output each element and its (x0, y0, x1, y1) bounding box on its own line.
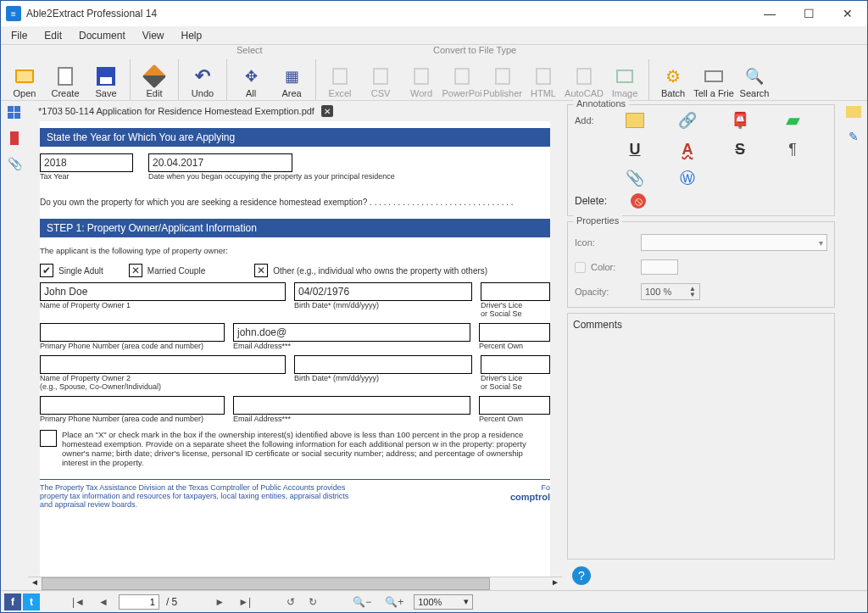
convert-excel-button[interactable]: Excel (320, 51, 360, 100)
sign-tab-icon[interactable]: ✎ (849, 130, 859, 143)
page-input[interactable] (119, 594, 159, 610)
menu-edit[interactable]: Edit (37, 28, 69, 43)
convert-publisher-button[interactable]: Publisher (482, 51, 523, 100)
select-all-button[interactable]: ✥All (231, 51, 271, 100)
strikeout-icon[interactable]: S (731, 141, 749, 158)
menu-help[interactable]: Help (175, 28, 209, 43)
toolbar: Select Convert to File Type Open Create … (1, 45, 867, 101)
checkbox-single[interactable]: ✔ (40, 264, 53, 277)
annotations-title: Annotations (573, 98, 629, 109)
checkbox-other[interactable]: ✕ (254, 264, 268, 277)
start-date-field[interactable]: 20.04.2017 (148, 153, 292, 172)
last-page-button[interactable]: ►| (235, 596, 254, 608)
menu-view[interactable]: View (136, 28, 171, 43)
dl-field[interactable] (481, 282, 550, 301)
phone1-label: Primary Phone Number (area code and numb… (40, 342, 225, 350)
close-button[interactable]: ✕ (828, 1, 867, 26)
link-icon[interactable]: 🔗 (678, 112, 697, 129)
highlight-icon[interactable]: ▰ (783, 112, 802, 129)
pct2-field[interactable] (479, 396, 550, 415)
select-area-button[interactable]: ▦Area (271, 51, 312, 100)
stamp-icon[interactable]: 📮 (731, 112, 749, 129)
maximize-button[interactable]: ☐ (789, 1, 828, 26)
tab-close-icon[interactable]: ✕ (321, 105, 333, 117)
prop-color-swatch[interactable] (641, 259, 678, 275)
convert-powerpoint-button[interactable]: PowerPoi (442, 51, 482, 100)
properties-group: Properties Icon: ▾ Color: Opacity: 100 %… (567, 221, 835, 308)
label-married: Married Couple (147, 266, 205, 276)
label-other: Other (e.g., individual who owns the pro… (273, 266, 487, 276)
thumbnails-icon[interactable] (8, 106, 21, 120)
phone2-field[interactable] (40, 396, 225, 415)
squiggly-icon[interactable]: A (678, 141, 697, 158)
tax-year-field[interactable]: 2018 (40, 153, 133, 172)
search-button[interactable]: 🔍Search (734, 51, 775, 100)
dots: . . . . . . . . . . . . . . . . . . . . … (367, 198, 513, 207)
toolbar-section-select: Select (236, 45, 263, 55)
facebook-icon[interactable]: f (4, 593, 21, 610)
phone1-field[interactable] (40, 323, 225, 342)
menu-file[interactable]: File (4, 28, 34, 43)
rotate-left-button[interactable]: ↺ (283, 596, 298, 608)
bookmarks-icon[interactable] (10, 131, 19, 145)
undo-button[interactable]: ↶Undo (182, 51, 223, 100)
zoom-out-button[interactable]: 🔍− (349, 596, 375, 608)
note-icon[interactable] (626, 113, 644, 128)
ownership-disclaimer: Place an "X" or check mark in the box if… (62, 430, 550, 467)
help-icon[interactable]: ? (572, 566, 591, 585)
save-button[interactable]: Save (86, 51, 126, 100)
edit-button[interactable]: Edit (134, 51, 175, 100)
dl-label: Driver's Lice or Social Se (481, 301, 550, 318)
pct1-field[interactable] (479, 323, 550, 342)
owner1-field[interactable]: John Doe (40, 282, 286, 301)
prev-page-button[interactable]: ◄ (95, 596, 112, 608)
properties-title: Properties (573, 215, 622, 226)
type-intro: The applicant is the following type of p… (40, 246, 550, 255)
birthdate2-field[interactable] (294, 355, 472, 374)
owner1-label: Name of Property Owner 1 (40, 301, 286, 309)
rotate-right-button[interactable]: ↻ (305, 596, 320, 608)
owner2-field[interactable] (40, 355, 286, 374)
pct2-label: Percent Own (479, 415, 550, 423)
minimize-button[interactable]: — (750, 1, 789, 26)
first-page-button[interactable]: |◄ (69, 596, 88, 608)
dl2-field[interactable] (481, 355, 550, 374)
tell-friend-button[interactable]: Tell a Frie (693, 51, 734, 100)
batch-button[interactable]: ⚙Batch (653, 51, 693, 100)
comments-title: Comments (573, 319, 829, 331)
checkbox-married[interactable]: ✕ (129, 264, 142, 277)
annotation-tab-icon[interactable] (846, 106, 861, 118)
attachments-icon[interactable]: 📎 (8, 157, 21, 170)
convert-word-button[interactable]: Word (401, 51, 442, 100)
horizontal-scrollbar[interactable]: ◄► (28, 577, 562, 590)
convert-image-button[interactable]: Image (604, 51, 645, 100)
email-field[interactable]: john.doe@ (233, 323, 470, 342)
footer-left: The Property Tax Assistance Division at … (40, 483, 362, 509)
create-button[interactable]: Create (45, 51, 86, 100)
own-question: Do you own the property for which you ar… (40, 198, 367, 207)
caret-icon[interactable]: ¶ (783, 141, 802, 158)
watermark-icon[interactable]: Ⓦ (678, 170, 697, 187)
menu-document[interactable]: Document (72, 28, 132, 43)
attachment-icon[interactable]: 📎 (626, 170, 644, 187)
birthdate-label: Birth Date* (mm/dd/yyyy) (294, 301, 472, 309)
twitter-icon[interactable]: t (23, 593, 40, 610)
zoom-dropdown[interactable]: 100%▾ (414, 594, 473, 610)
delete-annotation-icon[interactable]: ⦸ (631, 193, 646, 209)
next-page-button[interactable]: ► (211, 596, 228, 608)
annotations-group: Annotations Add: 🔗 📮 ▰ U A S ¶ 📎 Ⓦ (567, 104, 835, 216)
zoom-in-button[interactable]: 🔍+ (381, 596, 407, 608)
convert-autocad-button[interactable]: AutoCAD (564, 51, 604, 100)
convert-csv-button[interactable]: CSV (360, 51, 401, 100)
dl2-label: Driver's Lice or Social Se (481, 374, 550, 391)
checkbox-ownership[interactable] (40, 430, 57, 447)
email2-field[interactable] (233, 396, 470, 415)
open-button[interactable]: Open (4, 51, 45, 100)
underline-icon[interactable]: U (626, 141, 644, 158)
prop-icon-dropdown[interactable]: ▾ (641, 234, 827, 251)
prop-opacity-spinner[interactable]: 100 %▲▼ (641, 283, 700, 300)
document-tab[interactable]: *1703 50-114 Application for Residence H… (31, 103, 340, 119)
birthdate-field[interactable]: 04/02/1976 (294, 282, 472, 301)
convert-html-button[interactable]: HTML (523, 51, 564, 100)
section-header-year: State the Year for Which You are Applyin… (40, 128, 550, 147)
